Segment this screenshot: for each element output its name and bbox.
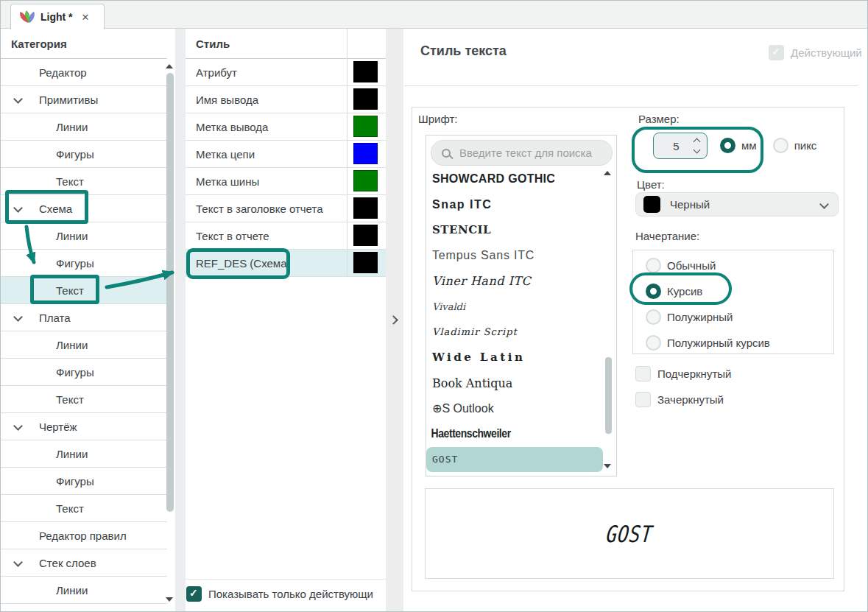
- style-row-метка-шины[interactable]: Метка шины: [186, 168, 386, 195]
- sidebar-item-линии[interactable]: Линии: [1, 222, 167, 250]
- sidebar-item-редактор-правил[interactable]: Редактор правил: [1, 522, 167, 549]
- unit-option-пикс[interactable]: пикс: [773, 138, 817, 153]
- style-row-label: Метка шины: [196, 175, 259, 188]
- spin-up-icon[interactable]: [694, 138, 701, 146]
- font-search-input[interactable]: [459, 147, 599, 159]
- chevron-down-icon[interactable]: [13, 421, 23, 431]
- face-option-обычный[interactable]: Обычный: [633, 253, 833, 278]
- style-row-метка-цепи[interactable]: Метка цепи: [186, 141, 386, 168]
- sidebar-item-схема[interactable]: Схема: [1, 195, 167, 222]
- category-scrollbar-thumb[interactable]: [166, 73, 174, 512]
- sidebar-item-label: Текст: [56, 284, 84, 297]
- strike-checkbox[interactable]: [635, 392, 651, 407]
- scroll-down-icon[interactable]: [166, 597, 173, 602]
- style-row-label: Текст в отчете: [196, 230, 269, 242]
- font-item-showcard[interactable]: SHOWCARD GOTHIC: [426, 166, 607, 192]
- style-color-swatch[interactable]: [353, 88, 378, 110]
- sidebar-item-фигуры[interactable]: Фигуры: [1, 359, 167, 386]
- style-row-текст-в-заголовке-отчета[interactable]: Текст в заголовке отчета: [186, 195, 386, 222]
- style-color-swatch[interactable]: [353, 252, 378, 273]
- style-row-имя-вывода[interactable]: Имя вывода: [186, 86, 386, 113]
- sidebar-item-фигуры[interactable]: Фигуры: [1, 468, 167, 495]
- sidebar-item-линии[interactable]: Линии: [1, 113, 167, 141]
- chevron-down-icon[interactable]: [13, 312, 23, 322]
- sidebar-item-label: Линии: [56, 230, 88, 242]
- color-dropdown[interactable]: Черный: [635, 192, 839, 217]
- face-option-курсив[interactable]: Курсив: [633, 278, 833, 304]
- style-row-атрибут[interactable]: Атрибут: [186, 59, 386, 86]
- sidebar-item-текст[interactable]: Текст: [1, 168, 167, 195]
- font-item-stencil[interactable]: STENCIL: [426, 217, 607, 243]
- color-swatch: [643, 196, 660, 213]
- style-color-swatch[interactable]: [353, 143, 378, 164]
- sidebar-item-линии[interactable]: Линии: [1, 440, 167, 468]
- style-color-swatch[interactable]: [353, 197, 378, 219]
- scroll-up-icon[interactable]: [604, 171, 611, 175]
- sidebar-item-редактор[interactable]: Редактор: [1, 59, 167, 86]
- font-item-outlook[interactable]: ⊕S Outlook: [426, 395, 607, 421]
- sidebar-item-фигуры[interactable]: Фигуры: [1, 141, 167, 168]
- radio-icon[interactable]: [646, 284, 661, 299]
- font-item-viner[interactable]: Viner Hand ITC: [426, 268, 607, 294]
- sidebar-item-label: Чертёж: [39, 421, 77, 433]
- chevron-down-icon[interactable]: [13, 203, 23, 213]
- active-checkbox[interactable]: [769, 45, 784, 60]
- style-color-swatch[interactable]: [353, 170, 378, 191]
- font-item-snap[interactable]: Snap ITC: [426, 192, 607, 218]
- font-search[interactable]: [431, 140, 613, 166]
- font-item-tempus[interactable]: Tempus Sans ITC: [426, 243, 607, 269]
- category-panel: Категория РедакторПримитивыЛинииФигурыТе…: [1, 29, 167, 604]
- chevron-down-icon[interactable]: [13, 94, 23, 104]
- style-row-метка-вывода[interactable]: Метка вывода: [186, 113, 386, 141]
- font-item-vivaldi[interactable]: Vivaldi: [426, 294, 607, 320]
- radio-icon[interactable]: [646, 258, 661, 273]
- style-color-swatch[interactable]: [353, 116, 378, 137]
- tab-light[interactable]: Light * ✕: [10, 4, 105, 29]
- size-spinner[interactable]: 5: [653, 133, 708, 159]
- font-item-vladimir[interactable]: Vladimir Script: [426, 320, 607, 345]
- face-option-полужирный-курсив[interactable]: Полужирный курсив: [633, 330, 833, 356]
- unit-option-мм[interactable]: мм: [720, 138, 757, 153]
- chevron-down-icon[interactable]: [13, 558, 23, 567]
- radio-icon[interactable]: [773, 138, 788, 153]
- spin-down-icon[interactable]: [694, 147, 701, 154]
- face-option-полужирный[interactable]: Полужирный: [633, 304, 833, 330]
- column-divider: [347, 29, 347, 277]
- sidebar-item-текст[interactable]: Текст: [1, 386, 167, 413]
- font-item-gost[interactable]: GOST: [426, 447, 603, 473]
- sidebar-item-плата[interactable]: Плата: [1, 304, 167, 331]
- font-item-book[interactable]: Book Antiqua: [426, 370, 607, 396]
- sidebar-item-текст[interactable]: Текст: [1, 277, 167, 304]
- sidebar-item-чертёж[interactable]: Чертёж: [1, 413, 167, 440]
- sidebar-item-label: Текст: [56, 502, 84, 515]
- panel-splitter[interactable]: [175, 29, 186, 612]
- font-item-wide[interactable]: Wide Latin: [426, 345, 607, 370]
- filter-checkbox[interactable]: [186, 586, 202, 602]
- radio-icon[interactable]: [646, 309, 661, 325]
- sidebar-item-label: Фигуры: [56, 475, 94, 488]
- tab-close-icon[interactable]: ✕: [82, 13, 90, 22]
- filter-bar: Показывать только действующи: [186, 579, 386, 608]
- sidebar-item-линии[interactable]: Линии: [1, 331, 167, 359]
- style-color-swatch[interactable]: [353, 225, 378, 246]
- radio-icon[interactable]: [720, 138, 735, 153]
- search-icon: [442, 149, 451, 158]
- preview-text: GOST: [605, 521, 654, 547]
- style-color-swatch[interactable]: [353, 61, 378, 82]
- size-label: Размер:: [638, 113, 680, 125]
- sidebar-item-текст[interactable]: Текст: [1, 495, 167, 522]
- style-row-текст-в-отчете[interactable]: Текст в отчете: [186, 222, 386, 250]
- sidebar-item-стек-слоев[interactable]: Стек слоев: [1, 549, 167, 577]
- sidebar-item-примитивы[interactable]: Примитивы: [1, 86, 167, 113]
- font-label: Шрифт:: [418, 113, 458, 125]
- sidebar-item-фигуры[interactable]: Фигуры: [1, 250, 167, 277]
- scroll-up-icon[interactable]: [166, 64, 173, 68]
- font-scrollbar-thumb[interactable]: [605, 357, 612, 434]
- scroll-down-icon[interactable]: [604, 464, 611, 468]
- sidebar-item-линии[interactable]: Линии: [1, 577, 167, 604]
- radio-icon[interactable]: [646, 335, 661, 351]
- styles-list: АтрибутИмя выводаМетка выводаМетка цепиМ…: [186, 59, 386, 277]
- font-item-haet[interactable]: Haettenschweiler: [426, 421, 575, 447]
- underline-checkbox[interactable]: [635, 366, 651, 381]
- style-row-ref_des-схема-[interactable]: REF_DES (Схема): [186, 250, 386, 277]
